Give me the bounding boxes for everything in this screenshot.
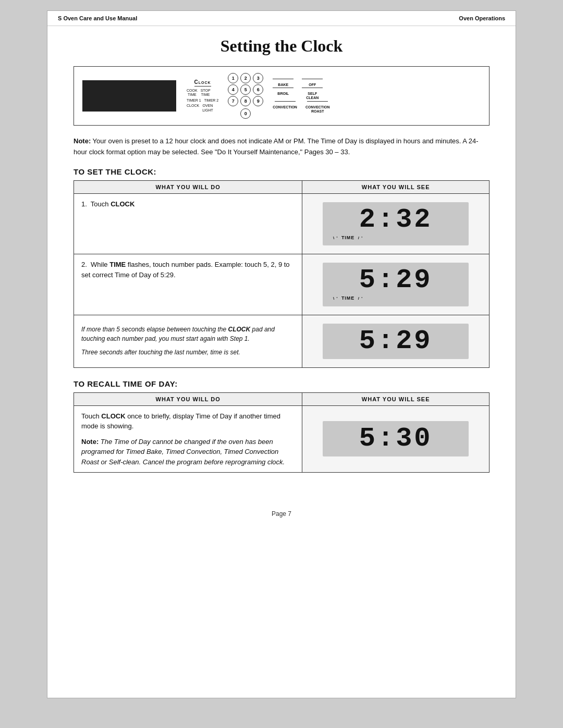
display-mockup-2: 5:29 \ ' TIME / '	[323, 263, 469, 306]
section2-row1-do: Touch CLOCK once to briefly, display Tim…	[74, 405, 302, 473]
func-off: OFF	[302, 79, 323, 87]
control-panel-illustration: Clock CookTime StopTime Timer 1 Timer 2 …	[74, 66, 489, 126]
num-6: 6	[253, 84, 263, 95]
display-time-4: 5:30	[359, 425, 433, 452]
num-4: 4	[228, 84, 238, 95]
func-off-line	[302, 79, 323, 79]
func-convection: CONVECTION	[273, 101, 297, 113]
note-paragraph: Note: Your oven is preset to a 12 hour c…	[74, 136, 489, 158]
section1-clock-bold-italic: CLOCK	[228, 326, 251, 333]
section2-col1-header: What You Will Do	[74, 392, 302, 405]
header-right: Oven Operations	[459, 15, 505, 21]
display-time-3: 5:29	[359, 328, 433, 355]
display-time-1: 2:32	[359, 206, 433, 233]
section1-row3-do: If more than 5 seconds elapse between to…	[74, 315, 302, 367]
section1-italic-note1: If more than 5 seconds elapse between to…	[81, 325, 295, 343]
btn-clock: Clock	[187, 104, 199, 113]
function-buttons: BAKE OFF BROIL	[273, 79, 329, 113]
btn-timer2: Timer 2	[204, 98, 219, 103]
func-off-label: OFF	[309, 83, 316, 87]
section1-col2-header: What You Will See	[302, 180, 489, 193]
num-7: 7	[228, 96, 238, 106]
section2-row1-see: 5:30	[302, 405, 489, 473]
section1-row1-clock-bold: CLOCK	[111, 200, 134, 208]
btn-oven-light: OvenLight	[202, 104, 213, 113]
section2-col2-header: What You Will See	[302, 392, 489, 405]
section1-row1: 1. Touch CLOCK 2:32 \ ' TIME / '	[74, 193, 489, 254]
time-indicator-2: \ ' TIME / '	[331, 295, 460, 302]
button-row-3: Clock OvenLight	[187, 104, 218, 113]
func-row-1: BAKE OFF	[273, 79, 329, 87]
button-row-2: Timer 1 Timer 2	[187, 98, 218, 103]
section1-row2: 2. While TIME flashes, touch number pads…	[74, 254, 489, 315]
section2-note-para: Note: The Time of Day cannot be changed …	[81, 437, 295, 467]
page: S Oven Care and Use Manual Oven Operatio…	[47, 10, 516, 698]
num-2: 2	[240, 73, 251, 83]
func-bake-label: BAKE	[278, 83, 288, 87]
section1-row2-see: 5:29 \ ' TIME / '	[302, 254, 489, 315]
btn-stop-time: StopTime	[201, 89, 211, 97]
section1-row3: If more than 5 seconds elapse between to…	[74, 315, 489, 367]
display-time-2: 5:29	[359, 267, 433, 294]
func-row-3: CONVECTION CONVECTIONROAST	[273, 101, 329, 113]
btn-timer1: Timer 1	[187, 98, 201, 103]
display-mockup-1: 2:32 \ ' TIME / '	[323, 202, 469, 246]
num-5: 5	[240, 84, 251, 95]
clock-section: Clock CookTime StopTime Timer 1 Timer 2 …	[187, 79, 218, 113]
num-1: 1	[228, 73, 238, 83]
section2-note-bold: Note:	[81, 438, 99, 446]
func-convection-roast-label: CONVECTIONROAST	[305, 105, 330, 113]
func-row-2: BROIL SELFCLEAN	[273, 88, 329, 100]
func-self-clean: SELFCLEAN	[302, 88, 323, 100]
num-row-1: 1 2 3	[228, 73, 263, 83]
section2-note-italic: The Time of Day cannot be changed if the…	[81, 438, 285, 466]
section1-italic-note2: Three seconds after touching the last nu…	[81, 348, 295, 357]
section2-table: What You Will Do What You Will See Touch…	[74, 392, 489, 473]
section1-col1-header: What You Will Do	[74, 180, 302, 193]
page-content: Setting the Clock Clock CookTime StopTim…	[47, 26, 516, 505]
num-row-3: 7 8 9	[228, 96, 263, 106]
numpad: 1 2 3 4 5 6 7 8 9 0	[228, 73, 263, 119]
page-title: Setting the Clock	[74, 36, 489, 56]
func-convection-roast-line	[307, 101, 328, 102]
button-grid: CookTime StopTime Timer 1 Timer 2 Clock …	[187, 89, 218, 113]
note-text: Your oven is preset to a 12 hour clock a…	[74, 137, 479, 156]
display-mockup-4: 5:30	[323, 421, 469, 456]
section1-row3-see: 5:29	[302, 315, 489, 367]
page-number: Page 7	[272, 510, 291, 517]
button-row-1: CookTime StopTime	[187, 89, 218, 97]
func-self-clean-line	[302, 88, 323, 88]
func-convection-roast: CONVECTIONROAST	[305, 101, 330, 113]
section1-heading: To Set the Clock:	[74, 167, 489, 176]
section1-row2-time-bold: TIME	[109, 261, 126, 268]
section2-heading: To Recall Time of Day:	[74, 379, 489, 388]
section2-row1: Touch CLOCK once to briefly, display Tim…	[74, 405, 489, 473]
section1-table: What You Will Do What You Will See 1. To…	[74, 180, 489, 368]
func-convection-label: CONVECTION	[273, 105, 297, 109]
section1-row1-do: 1. Touch CLOCK	[74, 193, 302, 254]
num-9: 9	[253, 96, 263, 106]
num-row-2: 4 5 6	[228, 84, 263, 95]
num-row-0: 0	[228, 107, 263, 119]
control-panel-inner: Clock CookTime StopTime Timer 1 Timer 2 …	[187, 73, 481, 119]
note-bold-label: Note:	[74, 137, 91, 145]
func-self-clean-label: SELFCLEAN	[306, 92, 319, 100]
num-3: 3	[253, 73, 263, 83]
section1-row2-do: 2. While TIME flashes, touch number pads…	[74, 254, 302, 315]
func-broil-line	[273, 88, 293, 88]
func-bake: BAKE	[273, 79, 293, 87]
func-convection-line	[275, 101, 296, 102]
display-screen	[82, 80, 176, 112]
section2-clock-bold: CLOCK	[101, 412, 125, 420]
num-0: 0	[240, 108, 251, 119]
num-8: 8	[240, 96, 251, 106]
display-mockup-3: 5:29	[323, 324, 469, 359]
func-broil-label: BROIL	[277, 92, 289, 96]
func-bake-line	[273, 79, 293, 79]
section1-row1-see: 2:32 \ ' TIME / '	[302, 193, 489, 254]
btn-cook-time: CookTime	[187, 89, 198, 97]
func-broil: BROIL	[273, 88, 293, 100]
section2-do-text: Touch CLOCK once to briefly, display Tim…	[81, 411, 295, 431]
header-left: S Oven Care and Use Manual	[58, 15, 137, 21]
page-header: S Oven Care and Use Manual Oven Operatio…	[47, 11, 516, 26]
